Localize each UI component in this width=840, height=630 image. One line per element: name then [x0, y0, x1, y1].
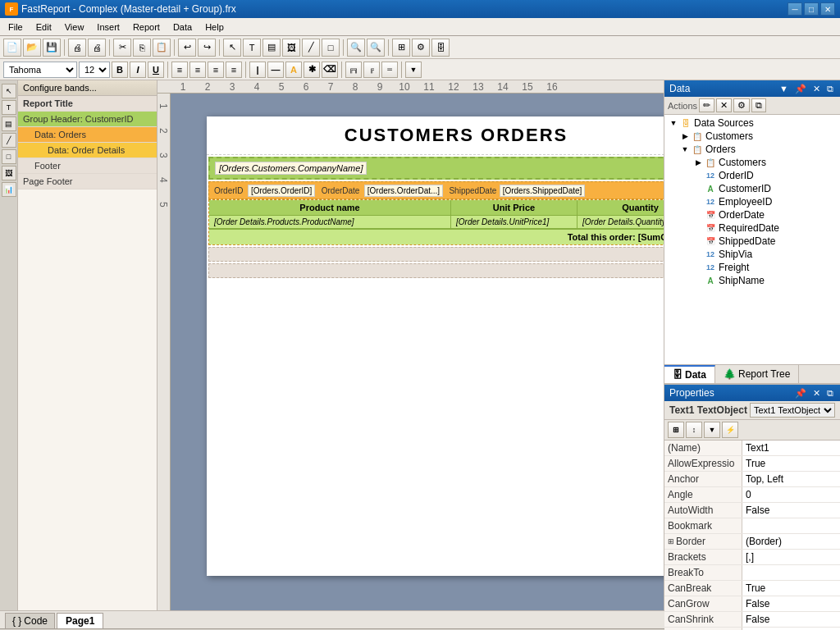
- datasource-tree[interactable]: ▼ 🗄 Data Sources ▶ 📋 Customers ▼ 📋 Order…: [664, 115, 840, 364]
- copy-button[interactable]: ⎘: [133, 39, 151, 57]
- datasource-float-btn[interactable]: ⧉: [751, 98, 766, 112]
- format-button[interactable]: ⌫: [322, 62, 338, 78]
- align-center-button[interactable]: ≡: [189, 62, 206, 78]
- tree-orderdate[interactable]: 📅 OrderDate: [666, 208, 838, 221]
- datasource-options-btn[interactable]: ⚙: [733, 98, 750, 112]
- highlight-button[interactable]: ✱: [304, 62, 320, 78]
- prop-brackets-value[interactable]: [,]: [742, 550, 840, 564]
- maximize-button[interactable]: □: [804, 2, 819, 16]
- vbar-button[interactable]: |: [249, 62, 266, 78]
- border-btn1[interactable]: ╔╗: [345, 62, 362, 78]
- tab-data[interactable]: 🗄 Data: [664, 365, 715, 383]
- prop-anchor-value[interactable]: Top, Left: [742, 472, 840, 486]
- band-page-footer[interactable]: Page Footer: [18, 174, 157, 189]
- menu-view[interactable]: View: [58, 21, 91, 34]
- datasources-actions-btn[interactable]: ▼: [778, 84, 790, 94]
- prop-canbreak-value[interactable]: True: [742, 581, 840, 596]
- edit-datasource-btn[interactable]: ✏: [699, 98, 714, 112]
- select-button[interactable]: ↖: [223, 39, 241, 57]
- datasources-pin-btn[interactable]: 📌: [793, 84, 808, 94]
- tree-requireddate[interactable]: 📅 RequiredDate: [666, 221, 838, 235]
- code-tab[interactable]: { } Code: [5, 613, 55, 628]
- band-group-header[interactable]: Group Header: CustomerID: [18, 112, 157, 127]
- pointer-tool[interactable]: ↖: [2, 84, 16, 98]
- minimize-button[interactable]: ─: [788, 2, 802, 16]
- band-report-title[interactable]: Report Title: [18, 96, 157, 112]
- props-pin-btn[interactable]: 📌: [793, 388, 808, 399]
- paste-button[interactable]: 📋: [153, 39, 171, 57]
- font-selector[interactable]: Tahoma: [3, 62, 77, 78]
- cut-button[interactable]: ✂: [113, 39, 131, 57]
- grid-button[interactable]: ⊞: [392, 39, 410, 57]
- rect-tool[interactable]: □: [2, 149, 16, 164]
- root-expander[interactable]: ▼: [668, 119, 679, 127]
- prop-autowidth-value[interactable]: False: [742, 503, 840, 518]
- bold-button[interactable]: B: [112, 62, 128, 78]
- zoom-in-button[interactable]: 🔍: [347, 39, 365, 57]
- band-data-order-details[interactable]: Data: Order Details: [18, 143, 157, 158]
- save-button[interactable]: 💾: [43, 39, 61, 57]
- menu-report[interactable]: Report: [126, 21, 167, 34]
- line-tool[interactable]: ╱: [2, 133, 16, 148]
- extra1[interactable]: ▼: [405, 62, 422, 78]
- chart-tool[interactable]: 📊: [2, 182, 16, 197]
- band-tool[interactable]: ▤: [2, 116, 16, 131]
- props-close-btn[interactable]: ✕: [811, 388, 822, 399]
- image-button[interactable]: 🖼: [282, 39, 300, 57]
- border-btn3[interactable]: ═: [381, 62, 398, 78]
- align-right-button[interactable]: ≡: [208, 62, 224, 78]
- menu-insert[interactable]: Insert: [90, 21, 126, 34]
- data-button[interactable]: 🗄: [431, 39, 450, 57]
- object-selector[interactable]: Text1 TextObject: [750, 403, 835, 418]
- align-justify-button[interactable]: ≡: [226, 62, 242, 78]
- open-button[interactable]: 📂: [23, 39, 41, 57]
- print-button[interactable]: 🖨: [88, 39, 106, 57]
- prop-border-value[interactable]: (Border): [742, 534, 840, 549]
- delete-datasource-btn[interactable]: ✕: [716, 98, 732, 112]
- tree-customerid[interactable]: A CustomerID: [666, 182, 838, 195]
- band-button[interactable]: ▤: [262, 39, 281, 57]
- prop-bookmark-value[interactable]: [742, 518, 840, 533]
- tree-orders[interactable]: ▼ 📋 Orders: [666, 143, 838, 156]
- band-data-orders[interactable]: Data: Orders: [18, 127, 157, 143]
- tree-orders-customers[interactable]: ▶ 📋 Customers: [666, 156, 838, 169]
- text-tool[interactable]: T: [2, 100, 16, 115]
- prop-angle-value[interactable]: 0: [742, 487, 840, 502]
- tree-root[interactable]: ▼ 🗄 Data Sources: [666, 116, 838, 130]
- color-button[interactable]: A: [285, 62, 302, 78]
- customers-top-expander[interactable]: ▶: [679, 132, 691, 140]
- shape-button[interactable]: □: [322, 39, 340, 57]
- canvas-area[interactable]: 1 2 3 4 5 6 7 8 9 10 11 12 13 14 15 16 1…: [158, 80, 664, 610]
- tree-freight[interactable]: 12 Freight: [666, 261, 838, 274]
- align-left-button[interactable]: ≡: [171, 62, 188, 78]
- menu-data[interactable]: Data: [167, 21, 199, 34]
- datasources-float-btn[interactable]: ⧉: [825, 84, 835, 94]
- properties-table[interactable]: (Name) Text1 AllowExpressio True Anchor …: [664, 441, 840, 630]
- zoom-out-button[interactable]: 🔍: [367, 39, 385, 57]
- prop-allowexpression-value[interactable]: True: [742, 456, 840, 471]
- props-filter-btn[interactable]: ▼: [704, 422, 720, 438]
- tree-customers-top[interactable]: ▶ 📋 Customers: [666, 130, 838, 143]
- tab-report-tree[interactable]: 🌲 Report Tree: [715, 365, 799, 383]
- prop-name-value[interactable]: Text1: [742, 441, 840, 455]
- props-float-btn[interactable]: ⧉: [825, 388, 835, 399]
- tree-orderid[interactable]: 12 OrderID: [666, 169, 838, 182]
- page1-tab[interactable]: Page1: [57, 613, 103, 628]
- prop-canshrink-value[interactable]: False: [742, 612, 840, 627]
- tree-employeeid[interactable]: 12 EmployeeID: [666, 195, 838, 208]
- close-button[interactable]: ✕: [820, 2, 835, 16]
- new-button[interactable]: 📄: [3, 39, 21, 57]
- configure-bands-button[interactable]: Configure bands...: [18, 80, 157, 96]
- hbar-button[interactable]: —: [267, 62, 284, 78]
- prop-cangrow-value[interactable]: False: [742, 596, 840, 611]
- border-btn2[interactable]: ╔: [363, 62, 380, 78]
- italic-button[interactable]: I: [130, 62, 146, 78]
- print-preview-button[interactable]: 🖨: [68, 39, 86, 57]
- menu-file[interactable]: File: [2, 21, 30, 34]
- font-size-selector[interactable]: 12: [79, 62, 110, 78]
- tree-shipname[interactable]: A ShipName: [666, 274, 838, 287]
- report-options-button[interactable]: ⚙: [412, 39, 430, 57]
- menu-edit[interactable]: Edit: [30, 21, 58, 34]
- props-categorized-btn[interactable]: ⊞: [668, 422, 684, 438]
- datasources-close-btn[interactable]: ✕: [811, 84, 822, 94]
